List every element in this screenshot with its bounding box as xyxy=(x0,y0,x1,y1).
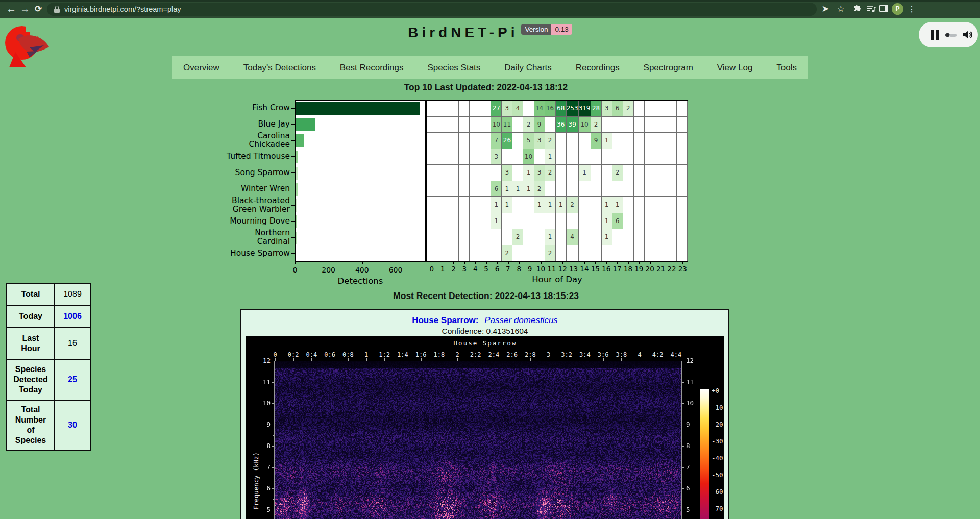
colorbar xyxy=(700,389,709,519)
stats-value[interactable]: 30 xyxy=(55,400,90,450)
nav-item-best-recordings[interactable]: Best Recordings xyxy=(340,63,404,73)
reload-icon[interactable]: ⟳ xyxy=(32,2,45,16)
heatmap-cell: 11 xyxy=(502,117,512,133)
heatmap-cell xyxy=(470,101,480,117)
heatmap-cell xyxy=(427,149,437,165)
spec-x-label: 2:8 xyxy=(525,351,536,358)
back-icon[interactable]: ← xyxy=(5,2,18,16)
heatmap-cell: 3 xyxy=(491,149,502,165)
heatmap-cell xyxy=(491,165,502,181)
forward-icon[interactable]: → xyxy=(18,2,32,16)
heatmap-cell xyxy=(645,149,655,165)
hour-tick-label: 5 xyxy=(484,265,488,273)
heatmap-cell xyxy=(470,197,480,213)
nav-item-species-stats[interactable]: Species Stats xyxy=(427,63,480,73)
heatmap-cell: 2 xyxy=(567,197,579,213)
url-text[interactable]: virginia.birdnetpi.com/?stream=play xyxy=(64,3,181,16)
spec-y-label-right: 12 xyxy=(686,357,694,364)
heatmap-cell xyxy=(545,117,556,133)
species-label: House Sparrow xyxy=(178,249,290,258)
hour-tick xyxy=(508,262,508,264)
spec-x-label: 3:8 xyxy=(616,351,627,358)
heatmap-cell xyxy=(677,229,688,245)
nav-item-recordings[interactable]: Recordings xyxy=(576,63,620,73)
spec-x-label: 2:6 xyxy=(506,351,518,358)
menu-dots-icon[interactable]: ⋮ xyxy=(905,2,918,16)
species-label: Song Sparrow xyxy=(178,168,290,178)
hour-tick-label: 2 xyxy=(451,265,456,273)
heatmap-cell xyxy=(459,149,470,165)
stats-value: 1089 xyxy=(55,283,90,305)
heatmap-cell xyxy=(459,133,470,149)
heatmap-cell xyxy=(591,149,602,165)
stats-table: Total1089Today1006Last Hour16Species Det… xyxy=(6,283,91,451)
nav-item-tools[interactable]: Tools xyxy=(776,63,797,73)
nav-item-today-s-detections[interactable]: Today's Detections xyxy=(243,63,316,73)
heatmap-cell xyxy=(655,181,666,197)
stats-value[interactable]: 25 xyxy=(55,359,90,400)
spec-y-minortick xyxy=(273,393,274,393)
heatmap-cell: 1 xyxy=(491,197,502,213)
heatmap-cell xyxy=(567,245,579,262)
species-latin-name[interactable]: Passer domesticus xyxy=(484,315,558,325)
spec-x-label: 3 xyxy=(547,351,550,358)
send-icon[interactable]: ➤ xyxy=(819,2,832,16)
hour-tick xyxy=(453,262,454,264)
heatmap-cell xyxy=(634,101,645,117)
spec-x-tick xyxy=(603,358,604,361)
heatmap-cell xyxy=(437,229,448,245)
heatmap-cell: 28 xyxy=(591,101,602,117)
version-value: 0.13 xyxy=(551,24,572,35)
bookmark-star-icon[interactable]: ☆ xyxy=(834,2,847,16)
heatmap-cell xyxy=(448,181,459,197)
heatmap-cell: 3 xyxy=(502,165,512,181)
heatmap-cell: 2 xyxy=(512,229,523,245)
extensions-puzzle-icon[interactable] xyxy=(851,2,865,16)
heatmap-cell xyxy=(491,245,502,262)
species-common-name[interactable]: House Sparrow: xyxy=(412,315,478,325)
spec-y-tick xyxy=(272,425,274,425)
detections-bar-plot xyxy=(295,100,426,262)
heatmap-cell: 16 xyxy=(545,101,556,117)
heatmap-cell xyxy=(448,149,459,165)
heatmap-cell: 2 xyxy=(591,117,602,133)
spec-y-minortick xyxy=(273,414,274,414)
heatmap-cell xyxy=(666,117,677,133)
heatmap-cell xyxy=(556,165,567,181)
heatmap-cell xyxy=(427,181,437,197)
address-bar[interactable]: virginia.birdnetpi.com/?stream=play xyxy=(47,3,817,16)
heatmap-cell xyxy=(591,213,602,230)
spectrogram-frame xyxy=(274,361,682,519)
audio-progress[interactable] xyxy=(945,33,957,37)
heatmap-cell xyxy=(623,149,634,165)
colorbar-label: -20 xyxy=(712,421,723,428)
heatmap-cell xyxy=(427,197,437,213)
nav-item-view-log[interactable]: View Log xyxy=(717,63,753,73)
species-label: Fish Crow xyxy=(178,104,290,113)
audio-player[interactable] xyxy=(919,22,978,47)
heatmap-cell xyxy=(448,197,459,213)
stats-value[interactable]: 1006 xyxy=(55,305,90,327)
heatmap-cell: 1 xyxy=(556,197,567,213)
confidence-line: Confidence: 0.41351604 xyxy=(241,327,728,336)
nav-item-daily-charts[interactable]: Daily Charts xyxy=(504,63,552,73)
heatmap-cell: 7 xyxy=(491,133,502,149)
nav-item-overview[interactable]: Overview xyxy=(183,63,219,73)
spec-y-label-right: 10 xyxy=(686,399,694,407)
pause-icon[interactable] xyxy=(931,30,939,40)
spec-y-label-left: 9 xyxy=(255,421,271,428)
y-tick xyxy=(291,221,295,222)
hour-tick-label: 8 xyxy=(517,265,521,273)
volume-icon[interactable] xyxy=(962,29,973,42)
heatmap-cell: 3 xyxy=(602,101,612,117)
spec-y-tick xyxy=(272,488,274,489)
side-panel-icon[interactable] xyxy=(879,5,888,12)
hour-tick-label: 0 xyxy=(429,265,434,273)
profile-avatar[interactable]: P xyxy=(892,3,903,15)
hour-tick xyxy=(464,262,465,264)
heatmap-cell xyxy=(512,213,523,230)
nav-item-spectrogram[interactable]: Spectrogram xyxy=(644,63,693,73)
media-playlist-icon[interactable] xyxy=(865,2,878,16)
spec-x-tick xyxy=(293,358,294,361)
hour-tick-label: 6 xyxy=(495,265,500,273)
